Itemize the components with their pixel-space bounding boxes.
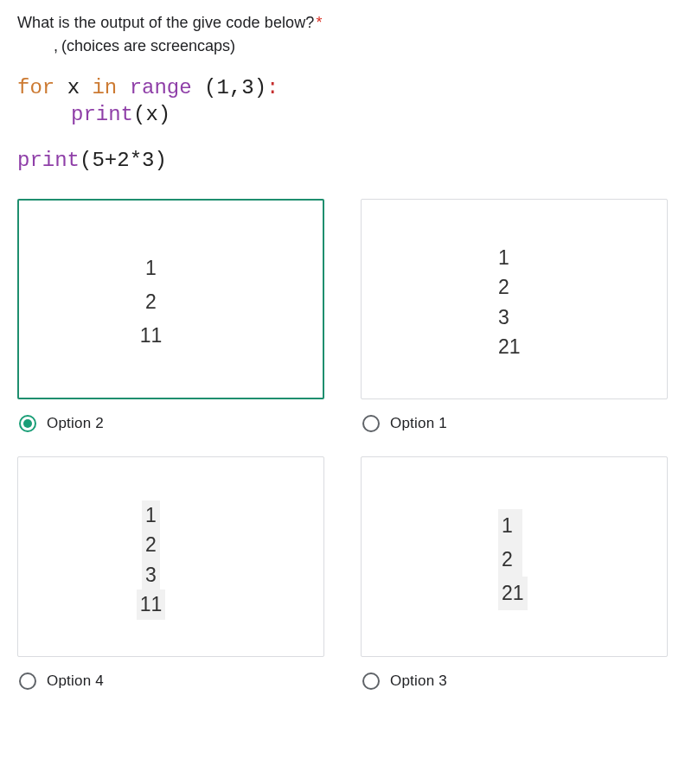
code-snippet: for x in range (1,3): print(x) print(5+2… <box>17 74 668 175</box>
radio-label: Option 3 <box>390 672 447 690</box>
radio-option-c[interactable]: Option 4 <box>17 657 324 690</box>
radio-label: Option 2 <box>47 415 104 432</box>
option-cell-d: 1 2 21 Option 3 <box>361 456 668 690</box>
option-cell-c: 1 2 3 11 Option 4 <box>17 456 324 690</box>
question-subnote: ,(choices are screencaps) <box>61 37 668 55</box>
radio-option-d[interactable]: Option 3 <box>361 657 668 690</box>
radio-label: Option 1 <box>390 415 447 432</box>
option-image-c[interactable]: 1 2 3 11 <box>17 456 324 657</box>
radio-option-b[interactable]: Option 1 <box>361 399 668 432</box>
radio-icon <box>19 415 36 432</box>
question-text: What is the output of the give code belo… <box>17 14 668 32</box>
required-asterisk: * <box>316 14 322 31</box>
option-cell-a: 1 2 11 Option 2 <box>17 199 324 432</box>
radio-option-a[interactable]: Option 2 <box>17 399 324 432</box>
option-image-a[interactable]: 1 2 11 <box>17 199 324 399</box>
option-image-d[interactable]: 1 2 21 <box>361 456 668 657</box>
radio-icon <box>362 415 380 432</box>
option-cell-b: 1 2 3 21 Option 1 <box>361 199 668 432</box>
options-grid: 1 2 11 Option 2 1 2 3 21 <box>17 199 668 690</box>
radio-icon <box>19 672 36 690</box>
option-image-b[interactable]: 1 2 3 21 <box>361 199 668 399</box>
radio-label: Option 4 <box>47 672 104 690</box>
radio-icon <box>362 672 380 690</box>
